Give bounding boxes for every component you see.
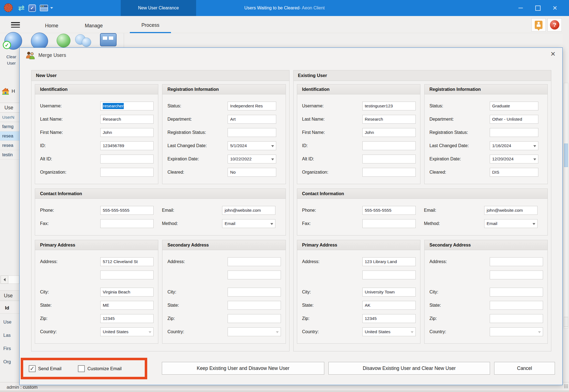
field-input[interactable] — [490, 301, 543, 310]
keep-existing-user-button[interactable]: Keep Existing User and Disavow New User — [162, 362, 324, 375]
field-input[interactable] — [490, 327, 543, 336]
ribbon-tab[interactable]: Manage — [77, 18, 110, 33]
field-input[interactable] — [228, 271, 281, 279]
minimize-button[interactable] — [512, 0, 529, 16]
field-input[interactable]: 555-555-5555 — [362, 206, 416, 215]
field-input[interactable]: 5/1/2024 — [228, 141, 276, 150]
field-input[interactable]: john@website.com — [222, 206, 275, 215]
field-input[interactable]: 123456789 — [100, 141, 154, 150]
field-input[interactable]: 10/22/2022 — [228, 155, 276, 163]
checkbox-row[interactable]: Send Email — [29, 365, 61, 372]
field-input[interactable] — [490, 271, 543, 279]
field-input[interactable] — [490, 288, 543, 296]
table-row[interactable]: resea — [0, 131, 19, 141]
dialog-close-button[interactable]: × — [548, 49, 558, 59]
field-input[interactable] — [228, 301, 281, 310]
field-input[interactable]: Research — [362, 115, 416, 124]
field-input[interactable]: Other - Unlisted — [490, 115, 538, 124]
field-input[interactable]: 12345 — [362, 314, 416, 323]
help-button[interactable]: ? — [547, 18, 562, 31]
app-logo-icon[interactable] — [4, 3, 13, 12]
field-input[interactable]: 555-555-5555 — [100, 206, 154, 215]
field-input[interactable]: Independent Res — [228, 102, 276, 110]
table-row[interactable]: farmg — [0, 122, 19, 131]
green-ball-icon[interactable] — [57, 34, 70, 47]
field-input[interactable] — [100, 219, 154, 228]
field-input[interactable]: Graduate — [490, 102, 538, 110]
field-input[interactable] — [490, 128, 538, 137]
field-input[interactable]: 12/20/2024 — [490, 155, 538, 163]
field-input[interactable] — [100, 155, 154, 163]
checkbox-row[interactable]: Customize Email — [78, 365, 122, 372]
field-input[interactable]: Email — [222, 219, 275, 228]
scrollbar-button[interactable] — [564, 317, 568, 327]
field-input[interactable] — [228, 314, 281, 323]
two-circles-icon[interactable] — [82, 38, 91, 47]
field-input[interactable]: 12345 — [100, 314, 154, 323]
check-box-icon[interactable]: ✓ — [28, 4, 36, 12]
field-input[interactable]: Research — [100, 115, 154, 124]
table-row[interactable]: UserN — [0, 113, 19, 122]
field-input[interactable]: University Town — [362, 288, 416, 296]
section-fields: Username: testinguser123 Last Name: — [297, 94, 420, 184]
scroll-left-icon[interactable] — [1, 276, 8, 284]
resize-grip[interactable] — [564, 384, 568, 388]
field-input[interactable] — [362, 141, 416, 150]
field-input[interactable] — [100, 271, 154, 279]
globe-icon[interactable] — [31, 33, 48, 50]
close-window-button[interactable]: × — [546, 0, 563, 16]
maximize-button[interactable] — [529, 0, 546, 16]
checkbox[interactable] — [78, 365, 85, 372]
field-input[interactable]: United States — [100, 327, 154, 336]
ribbon-tab[interactable]: Process — [130, 18, 171, 33]
field-input[interactable] — [228, 257, 281, 266]
field-input[interactable]: Virginia Beach — [100, 288, 154, 296]
chevron-down-icon[interactable] — [50, 7, 53, 9]
field-input[interactable] — [490, 257, 543, 266]
field-input[interactable] — [362, 168, 416, 177]
horizontal-scrollbar[interactable] — [1, 276, 19, 284]
table-row[interactable]: testin — [0, 150, 19, 160]
field-input[interactable]: AK — [362, 301, 416, 310]
window-menu-icon[interactable] — [40, 5, 48, 11]
clear-user-label[interactable]: Clear User — [1, 54, 22, 67]
window-panel-icon[interactable] — [100, 33, 117, 46]
field-input[interactable] — [228, 128, 276, 137]
field-input[interactable] — [362, 219, 416, 228]
field-input[interactable]: researcher — [100, 102, 154, 110]
ribbon-tab[interactable]: Home — [37, 18, 66, 33]
field-input[interactable]: ME — [100, 301, 154, 310]
field-input[interactable]: john@website.com — [484, 206, 538, 215]
field-input[interactable]: No — [228, 168, 276, 177]
cancel-button[interactable]: Cancel — [494, 362, 555, 375]
home-panel-tab[interactable]: H — [2, 88, 15, 95]
field-input[interactable]: testinguser123 — [362, 102, 416, 110]
field-input[interactable]: John — [362, 128, 416, 137]
field-input[interactable] — [228, 288, 281, 296]
field-input[interactable]: DIS — [490, 168, 538, 177]
field-input[interactable] — [362, 271, 416, 279]
field-input[interactable]: 123 Library Land — [362, 257, 416, 266]
field-input[interactable]: Email — [484, 219, 538, 228]
feedback-button[interactable] — [531, 18, 546, 31]
field-input[interactable]: 1/16/2024 — [490, 141, 538, 150]
scrollbar-track[interactable] — [8, 276, 19, 284]
vertical-scrollbar[interactable] — [564, 83, 568, 329]
hamburger-icon[interactable] — [11, 22, 20, 28]
field-value: 5/1/2024 — [230, 143, 247, 148]
checkbox[interactable] — [29, 365, 36, 372]
sync-arrows-icon[interactable]: ⇄ — [18, 4, 25, 12]
field-input[interactable] — [100, 168, 154, 177]
table-row[interactable]: resea — [0, 141, 19, 150]
disavow-existing-user-button[interactable]: Disavow Existing User and Clear New User — [328, 362, 490, 375]
scrollbar-thumb[interactable] — [564, 144, 568, 167]
dropdown-arrow-icon — [533, 158, 536, 160]
field-input[interactable] — [228, 327, 281, 336]
field-input[interactable]: 5712 Cleveland St — [100, 257, 154, 266]
document-tab[interactable]: New User Clearance — [121, 0, 196, 16]
field-input[interactable] — [362, 155, 416, 163]
field-input[interactable] — [490, 314, 543, 323]
field-input[interactable]: United States — [362, 327, 416, 336]
field-input[interactable]: John — [100, 128, 154, 137]
field-input[interactable]: Art — [228, 115, 276, 124]
